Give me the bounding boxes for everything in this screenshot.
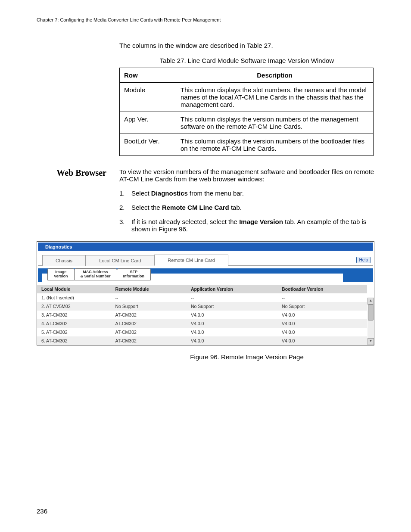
th-description: Description [176, 68, 374, 83]
subtab-sfp-info[interactable]: SFPInformation [117, 268, 151, 280]
section-heading: Web Browser [37, 168, 119, 178]
chapter-header: Chapter 7: Configuring the Media Convert… [37, 17, 374, 22]
image-version-table: Local Module Remote Module Application V… [37, 285, 367, 345]
scroll-up-icon[interactable]: ▲ [367, 298, 374, 305]
subtab-bar: ImageVersion MAC Address& Serial Number … [38, 268, 373, 282]
intro-text: The columns in the window are described … [119, 42, 374, 49]
table-row: 1. (Not Inserted)------ [37, 293, 367, 302]
table-row: 6. AT-CM302AT-CM302V4.0.0V4.0.0 [37, 336, 367, 345]
main-tab-strip: Chassis Local CM Line Card Remote CM Lin… [38, 254, 373, 266]
row-label: Module [120, 83, 176, 112]
scroll-down-icon[interactable]: ▼ [367, 338, 374, 345]
step-number: 1. [119, 190, 131, 197]
col-remote-module: Remote Module [111, 285, 187, 293]
table-caption: Table 27. Line Card Module Software Imag… [119, 57, 374, 64]
tab-local-cm[interactable]: Local CM Line Card [86, 255, 154, 266]
vertical-scrollbar[interactable]: ▲ ▼ [367, 298, 374, 345]
step-number: 2. [119, 204, 131, 211]
definition-table: Row Description Module This column displ… [119, 68, 374, 156]
step-text: If it is not already selected, select th… [131, 218, 374, 233]
step-number: 3. [119, 218, 131, 233]
col-boot-version: Bootloader Version [277, 285, 367, 293]
table-row: 2. AT-CV5M02No SupportNo SupportNo Suppo… [37, 302, 367, 311]
table-row: 5. AT-CM302AT-CM302V4.0.0V4.0.0 [37, 328, 367, 336]
step-text: Select the Remote CM Line Card tab. [131, 204, 374, 211]
panel-title: Diagnostics [38, 243, 373, 251]
row-label: BootLdr Ver. [120, 134, 176, 156]
browser-screenshot: Diagnostics Help Chassis Local CM Line C… [37, 241, 374, 345]
figure-caption: Figure 96. Remote Image Version Page [119, 353, 374, 361]
table-row: 3. AT-CM302AT-CM302V4.0.0V4.0.0 [37, 311, 367, 319]
help-button[interactable]: Help [356, 257, 371, 263]
row-desc: This column displays the version numbers… [176, 134, 374, 156]
table-row: 4. AT-CM302AT-CM302V4.0.0V4.0.0 [37, 319, 367, 328]
tab-remote-cm[interactable]: Remote CM Line Card [154, 255, 228, 266]
scroll-thumb[interactable] [368, 305, 374, 320]
col-app-version: Application Version [187, 285, 277, 293]
col-local-module: Local Module [37, 285, 111, 293]
row-desc: This column displays the slot numbers, t… [176, 83, 374, 112]
step-text: Select Diagnostics from the menu bar. [131, 190, 374, 197]
tab-chassis[interactable]: Chassis [42, 255, 86, 266]
th-row: Row [120, 68, 176, 83]
row-desc: This column displays the version numbers… [176, 112, 374, 134]
row-label: App Ver. [120, 112, 176, 134]
section-intro: To view the version numbers of the manag… [119, 168, 374, 183]
subtab-mac-serial[interactable]: MAC Address& Serial Number [74, 268, 117, 280]
subtab-image-version[interactable]: ImageVersion [47, 268, 75, 280]
